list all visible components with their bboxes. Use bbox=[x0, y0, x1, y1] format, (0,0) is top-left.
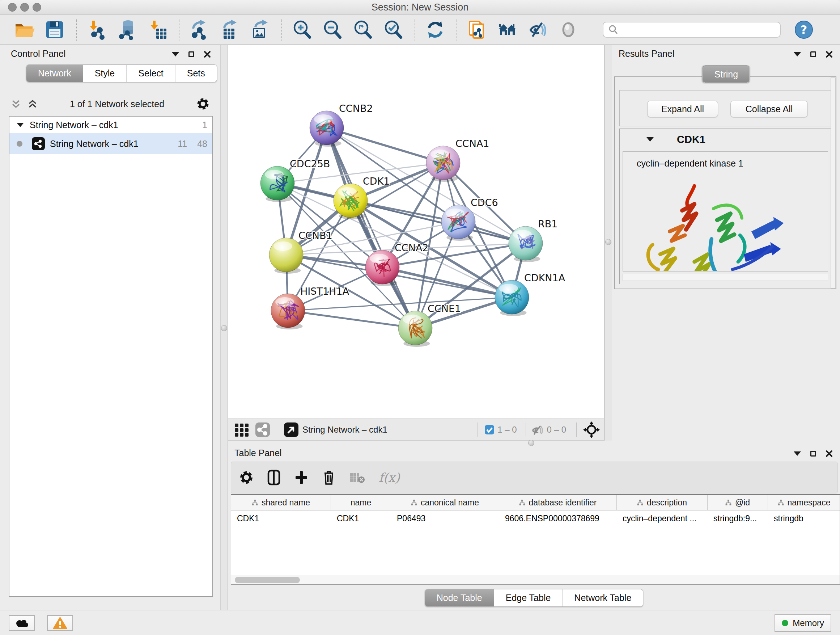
network-collection-row[interactable]: String Network – cdk1 1 bbox=[9, 117, 212, 133]
show-all-button[interactable] bbox=[558, 19, 579, 41]
help-icon: ? bbox=[794, 20, 813, 39]
expand-all-button[interactable]: Expand All bbox=[647, 101, 718, 117]
network-node-CDC6[interactable] bbox=[441, 205, 475, 241]
column-header-@id[interactable]: @id bbox=[707, 495, 768, 510]
zoom-window-button[interactable] bbox=[33, 3, 41, 11]
hide-selected-button[interactable] bbox=[527, 19, 548, 41]
zoom-selected-button[interactable] bbox=[383, 19, 404, 41]
results-hscrollbar[interactable] bbox=[622, 274, 828, 281]
delete-column-trash-icon[interactable] bbox=[322, 470, 335, 486]
copy-network-button[interactable] bbox=[467, 19, 488, 41]
column-header-namespace[interactable]: namespace bbox=[768, 495, 840, 510]
network-node-CDK1[interactable] bbox=[333, 184, 368, 219]
tab-network[interactable]: Network bbox=[27, 65, 83, 82]
column-header-name[interactable]: name bbox=[331, 495, 391, 510]
network-node-CCNE1[interactable] bbox=[398, 311, 432, 347]
add-column-icon[interactable] bbox=[294, 470, 309, 486]
node-label: CDK1 bbox=[363, 176, 390, 187]
tab-edge-table[interactable]: Edge Table bbox=[494, 589, 563, 606]
grid-view-icon[interactable] bbox=[234, 422, 249, 437]
save-session-button[interactable] bbox=[44, 19, 65, 41]
network-edge[interactable] bbox=[288, 310, 415, 328]
gear-icon[interactable] bbox=[196, 97, 210, 111]
fit-content-crosshair-icon[interactable] bbox=[583, 421, 600, 438]
tree-expand-icon[interactable] bbox=[17, 123, 24, 127]
right-panel-splitter[interactable] bbox=[605, 45, 612, 440]
network-edge[interactable] bbox=[327, 128, 443, 163]
tab-sets[interactable]: Sets bbox=[175, 65, 217, 82]
export-image-button[interactable] bbox=[249, 19, 271, 41]
float-panel-icon[interactable] bbox=[810, 51, 816, 57]
tab-style[interactable]: Style bbox=[83, 65, 127, 82]
import-table-button[interactable] bbox=[147, 19, 168, 41]
table-header-row: shared namenamecanonical namedatabase id… bbox=[231, 495, 840, 510]
show-columns-icon[interactable] bbox=[267, 470, 280, 486]
gene-section-header[interactable]: CDK1 bbox=[620, 129, 831, 150]
network-type-icon bbox=[32, 137, 45, 150]
panel-menu-icon[interactable] bbox=[172, 52, 179, 57]
results-vscrollbar[interactable] bbox=[831, 78, 836, 288]
network-node-CCNA1[interactable] bbox=[426, 146, 460, 182]
memory-button[interactable]: Memory bbox=[775, 614, 831, 632]
hidden-eye-icon[interactable] bbox=[531, 424, 544, 435]
collapse-all-button[interactable]: Collapse All bbox=[730, 101, 808, 117]
network-canvas[interactable]: CCNB2CCNA1CDC25BCDK1CDC6RB1CCNB1CCNA2CDK… bbox=[228, 45, 605, 418]
column-header-database-identifier[interactable]: database identifier bbox=[499, 495, 617, 510]
collapse-section-icon[interactable] bbox=[646, 137, 654, 141]
search-box[interactable] bbox=[603, 22, 781, 38]
minimize-window-button[interactable] bbox=[20, 3, 29, 11]
network-node-CDKN1A[interactable] bbox=[495, 280, 529, 316]
search-input[interactable] bbox=[619, 24, 775, 35]
network-node-HIST1H1A[interactable] bbox=[271, 294, 305, 329]
panel-menu-icon[interactable] bbox=[794, 451, 801, 456]
table-hscrollbar[interactable] bbox=[231, 575, 840, 584]
scrollbar-thumb[interactable] bbox=[235, 577, 300, 583]
splitter-handle[interactable] bbox=[221, 325, 227, 331]
splitter-handle[interactable] bbox=[605, 239, 611, 245]
first-neighbors-button[interactable] bbox=[497, 19, 518, 41]
close-window-button[interactable] bbox=[8, 3, 17, 11]
apply-layout-button[interactable] bbox=[425, 19, 446, 41]
table-row[interactable]: CDK1CDK1P064939606.ENSP00000378699cyclin… bbox=[231, 510, 840, 526]
network-node-CCNB1[interactable] bbox=[269, 238, 303, 274]
network-node-RB1[interactable] bbox=[508, 226, 543, 262]
column-header-canonical-name[interactable]: canonical name bbox=[391, 495, 499, 510]
close-panel-icon[interactable] bbox=[826, 51, 833, 58]
network-edge[interactable] bbox=[327, 128, 415, 328]
help-button[interactable]: ? bbox=[794, 20, 813, 39]
import-network-file-button[interactable] bbox=[86, 19, 107, 41]
tab-string[interactable]: String bbox=[703, 65, 750, 82]
float-panel-icon[interactable] bbox=[810, 451, 816, 456]
splitter-handle[interactable] bbox=[528, 440, 534, 446]
column-header-description[interactable]: description bbox=[617, 495, 707, 510]
selected-checkbox-icon[interactable] bbox=[485, 424, 494, 435]
zoom-in-button[interactable] bbox=[292, 19, 313, 41]
table-settings-gear-icon[interactable] bbox=[239, 470, 254, 485]
zoom-out-button[interactable] bbox=[322, 19, 343, 41]
column-header-shared-name[interactable]: shared name bbox=[231, 495, 331, 510]
tab-node-table[interactable]: Node Table bbox=[425, 589, 494, 606]
close-panel-icon[interactable] bbox=[826, 450, 833, 457]
network-node-CDC25B[interactable] bbox=[261, 166, 294, 202]
network-view-type-icon[interactable] bbox=[255, 422, 270, 437]
import-network-database-button[interactable] bbox=[117, 19, 137, 41]
open-session-button[interactable] bbox=[14, 19, 35, 41]
zoom-fit-button[interactable] bbox=[352, 19, 373, 41]
birds-eye-view-icon[interactable] bbox=[284, 422, 299, 437]
export-network-button[interactable] bbox=[189, 19, 210, 41]
left-panel-splitter[interactable] bbox=[220, 45, 228, 610]
export-table-button[interactable] bbox=[219, 19, 240, 41]
svg-text:?: ? bbox=[801, 23, 807, 36]
float-panel-icon[interactable] bbox=[188, 51, 194, 57]
warnings-button[interactable] bbox=[47, 615, 73, 631]
tab-select[interactable]: Select bbox=[126, 65, 175, 82]
expand-all-tree-icon[interactable] bbox=[27, 98, 38, 109]
network-edge[interactable] bbox=[382, 267, 512, 297]
panel-menu-icon[interactable] bbox=[794, 52, 801, 57]
collapse-all-tree-icon[interactable] bbox=[11, 98, 21, 109]
tab-network-table[interactable]: Network Table bbox=[562, 589, 643, 606]
network-row-selected[interactable]: String Network – cdk1 1148 bbox=[9, 133, 212, 154]
horizontal-splitter[interactable] bbox=[228, 440, 840, 446]
cloud-button[interactable] bbox=[9, 615, 35, 631]
close-panel-icon[interactable] bbox=[204, 51, 211, 58]
